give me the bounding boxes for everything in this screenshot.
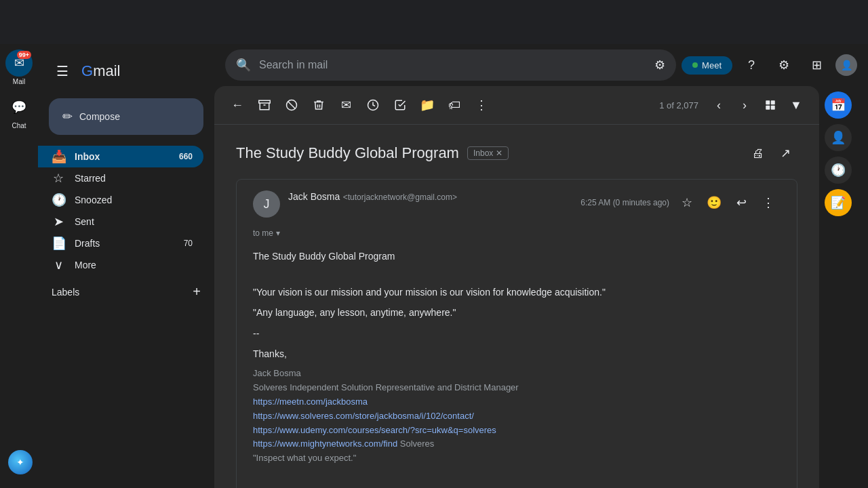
archive-button[interactable]	[252, 93, 277, 117]
sidebar-item-sent[interactable]: ➤ Sent	[38, 211, 203, 232]
email-link3[interactable]: https://www.udemy.com/courses/search/?sr…	[253, 425, 496, 435]
more-label: More	[75, 260, 96, 270]
view-mode-button[interactable]	[758, 93, 783, 117]
reply-buttons: ↩ Reply ↪ Forward 🙂	[253, 482, 781, 488]
email-thanks: Thanks,	[253, 346, 781, 361]
list-view-button[interactable]: ▼	[784, 93, 808, 117]
add-task-button[interactable]	[388, 93, 412, 117]
contacts-icon[interactable]: 👤	[825, 124, 852, 151]
inbox-count: 660	[179, 152, 193, 161]
meet-button[interactable]: Meet	[682, 56, 732, 75]
email-message: J Jack Bosma <tutorjacknetwork@gmail.com…	[236, 179, 797, 488]
chat-icon[interactable]: 💬	[5, 94, 33, 121]
email-link1[interactable]: https://meetn.com/jackbosma	[253, 396, 368, 407]
filter-icon[interactable]: ⚙	[654, 58, 665, 73]
to-me-text: to me	[253, 228, 273, 238]
blue-orb[interactable]	[8, 450, 33, 474]
label-button[interactable]: 🏷	[442, 93, 467, 117]
email-more-button[interactable]: ⋮	[756, 190, 781, 215]
next-email-button[interactable]: ›	[732, 93, 757, 117]
meet-label: Meet	[702, 60, 722, 70]
right-panel: 📅 👤 🕐 📝 + ›	[819, 86, 857, 488]
email-quote2: "Any language, any lesson, anytime, anyw…	[253, 305, 781, 320]
labels-add-button[interactable]: +	[193, 284, 201, 300]
tasks-icon[interactable]: 🕐	[825, 157, 852, 184]
more-actions-button[interactable]: ⋮	[469, 93, 494, 117]
inbox-label: Inbox	[75, 151, 100, 162]
rail-item-chat[interactable]: 💬 Chat	[5, 94, 33, 129]
email-panel: ←	[214, 86, 819, 488]
svg-rect-5	[766, 100, 770, 104]
labels-section: Labels +	[38, 276, 214, 302]
email-actions: ☆ 🙂 ↩ ⋮	[675, 190, 781, 215]
to-me[interactable]: to me ▾	[253, 228, 781, 238]
react-button[interactable]: 🙂	[702, 190, 726, 215]
user-avatar[interactable]: 👤	[835, 54, 857, 76]
drafts-label: Drafts	[75, 238, 100, 249]
view-toggle: ‹ › ▼	[707, 93, 808, 117]
sidebar-item-more[interactable]: ∨ More	[38, 254, 203, 276]
search-input[interactable]	[259, 59, 646, 71]
email-quote1: "Your vision is our mission and your mis…	[253, 285, 781, 300]
keep-icon[interactable]: 📝	[825, 189, 852, 216]
inbox-icon: 📥	[52, 149, 65, 164]
delete-button[interactable]	[307, 93, 331, 117]
pagination: 1 of 2,077 ‹ ›	[659, 93, 808, 117]
sidebar-item-snoozed[interactable]: 🕐 Snoozed	[38, 189, 203, 211]
settings-button[interactable]: ⚙	[770, 52, 797, 79]
starred-icon: ☆	[52, 171, 65, 186]
svg-rect-6	[771, 100, 775, 104]
pagination-text: 1 of 2,077	[659, 100, 698, 110]
email-signature: Jack Bosma Solveres Independent Solution…	[253, 367, 781, 466]
calendar-icon[interactable]: 📅	[825, 92, 852, 119]
email-subject: The Study Buddy Global Program	[236, 144, 459, 162]
sidebar-item-starred[interactable]: ☆ Starred	[38, 167, 203, 189]
inspect-quote: "Inspect what you expect."	[253, 451, 781, 466]
report-spam-button[interactable]	[279, 93, 304, 117]
rail-item-mail[interactable]: ✉ 99+ Mail	[5, 49, 33, 85]
mail-label: Mail	[13, 78, 25, 85]
email-body-title: The Study Buddy Global Program	[253, 249, 781, 264]
email-time: 6:25 AM (0 minutes ago) ☆ 🙂 ↩ ⋮	[580, 190, 781, 215]
chrome-bar	[0, 0, 868, 44]
sidebar-item-drafts[interactable]: 📄 Drafts 70	[38, 232, 203, 254]
inbox-tag-label: Inbox	[473, 148, 493, 158]
labels-title: Labels	[52, 287, 79, 298]
help-button[interactable]: ?	[738, 52, 765, 79]
blue-orb-widget[interactable]	[8, 450, 33, 474]
sent-icon: ➤	[52, 214, 65, 229]
search-bar[interactable]: 🔍 ⚙	[225, 49, 676, 81]
reply-quick-button[interactable]: ↩	[729, 190, 753, 215]
prev-email-button[interactable]: ‹	[707, 93, 731, 117]
email-toolbar: ←	[214, 86, 819, 125]
main-content: 🔍 ⚙ Meet ? ⚙ ⊞ 👤 ←	[214, 44, 868, 488]
sender-info: Jack Bosma <tutorjacknetwork@gmail.com>	[288, 190, 580, 203]
email-link4[interactable]: https://www.mightynetworks.com/find	[253, 439, 397, 449]
email-area: ←	[214, 86, 868, 488]
email-link4-suffix: Solveres	[400, 439, 435, 449]
search-icon: 🔍	[236, 58, 251, 73]
email-separator: --	[253, 326, 781, 341]
compose-icon: ✏	[62, 109, 73, 124]
open-new-window-button[interactable]: ↗	[773, 141, 797, 165]
inbox-tag-close[interactable]: ✕	[496, 148, 502, 158]
star-button[interactable]: ☆	[675, 190, 699, 215]
email-link2[interactable]: https://www.solveres.com/store/jackbosma…	[253, 411, 474, 421]
starred-label: Starred	[75, 173, 106, 184]
move-to-button[interactable]: 📁	[415, 93, 439, 117]
inbox-tag[interactable]: Inbox ✕	[467, 146, 509, 160]
hamburger-button[interactable]: ☰	[49, 58, 76, 85]
compose-button[interactable]: ✏ Compose	[49, 98, 203, 135]
snooze-button[interactable]	[361, 93, 385, 117]
sidebar-item-inbox[interactable]: 📥 Inbox 660	[38, 146, 203, 167]
back-button[interactable]: ←	[225, 93, 250, 117]
drafts-count: 70	[184, 239, 193, 248]
apps-button[interactable]: ⊞	[803, 52, 830, 79]
sig-title: Solveres Independent Solution Representa…	[253, 381, 781, 395]
mark-unread-button[interactable]: ✉	[334, 93, 358, 117]
mail-icon[interactable]: ✉ 99+	[5, 49, 33, 77]
print-button[interactable]: 🖨	[746, 141, 770, 165]
email-content: The Study Buddy Global Program Inbox ✕ 🖨…	[214, 125, 819, 488]
mail-badge: 99+	[17, 51, 31, 59]
gmail-header: ☰ Gmail	[38, 49, 214, 93]
